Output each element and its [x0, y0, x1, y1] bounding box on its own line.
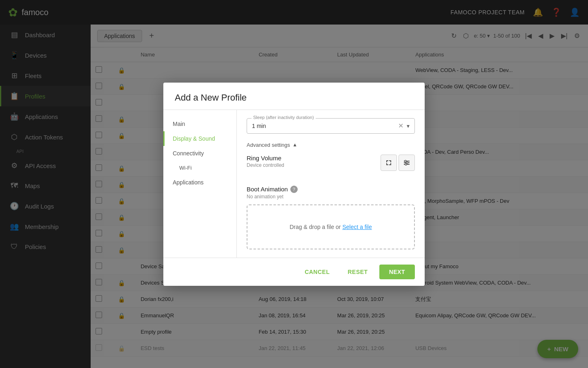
modal-footer: CANCEL RESET NEXT: [163, 258, 425, 286]
modal-nav-wifi[interactable]: Wi-Fi: [163, 161, 236, 175]
modal-nav-applications[interactable]: Applications: [163, 175, 236, 190]
ring-volume-label: Ring Volume: [247, 155, 284, 162]
reset-button[interactable]: RESET: [341, 265, 374, 278]
boot-help-icon[interactable]: ?: [290, 186, 298, 193]
boot-animation-section: Boot Animation ? No animation yet Drag &…: [247, 186, 415, 249]
modal-nav-display-sound[interactable]: Display & Sound: [163, 131, 236, 146]
ring-expand-button[interactable]: [381, 155, 397, 171]
sleep-field: Sleep (after inactivity duration) 1 min …: [247, 118, 415, 134]
sleep-dropdown-button[interactable]: ▾: [407, 123, 410, 129]
modal-nav-connectivity[interactable]: Connectivity: [163, 146, 236, 161]
ring-volume-section: Ring Volume Device controlled: [247, 155, 284, 172]
svg-point-4: [406, 162, 408, 164]
modal-body: Main Display & Sound Connectivity Wi-Fi …: [163, 110, 425, 258]
sleep-value: 1 min: [252, 123, 395, 129]
svg-point-5: [405, 164, 407, 165]
sleep-clear-button[interactable]: ✕: [398, 123, 403, 129]
ring-volume-sub: Device controlled: [247, 162, 284, 168]
advanced-settings-toggle[interactable]: Advanced settings ▲: [247, 142, 415, 148]
select-file-link[interactable]: Select a file: [342, 224, 372, 230]
sleep-label: Sleep (after inactivity duration): [252, 115, 316, 120]
drop-zone-text: Drag & drop a file or Select a file: [290, 224, 372, 230]
modal-overlay[interactable]: Add a New Profile Main Display & Sound C…: [0, 0, 588, 368]
boot-animation-dropzone[interactable]: Drag & drop a file or Select a file: [247, 204, 415, 249]
ring-volume-controls: [381, 155, 415, 171]
add-profile-modal: Add a New Profile Main Display & Sound C…: [163, 83, 425, 286]
modal-nav: Main Display & Sound Connectivity Wi-Fi …: [163, 110, 237, 258]
advanced-chevron-icon: ▲: [292, 142, 297, 148]
modal-nav-main[interactable]: Main: [163, 117, 236, 131]
modal-content-area: Sleep (after inactivity duration) 1 min …: [237, 110, 425, 258]
modal-header: Add a New Profile: [163, 83, 425, 110]
modal-title: Add a New Profile: [175, 92, 413, 103]
boot-animation-sub: No animation yet: [247, 194, 415, 200]
advanced-settings-label: Advanced settings: [247, 142, 290, 148]
svg-point-3: [405, 160, 406, 162]
sleep-select[interactable]: 1 min ✕ ▾: [247, 118, 415, 134]
boot-animation-label: Boot Animation ?: [247, 186, 415, 193]
cancel-button[interactable]: CANCEL: [298, 265, 336, 278]
ring-settings-button[interactable]: [399, 155, 415, 171]
next-button[interactable]: NEXT: [379, 265, 415, 279]
